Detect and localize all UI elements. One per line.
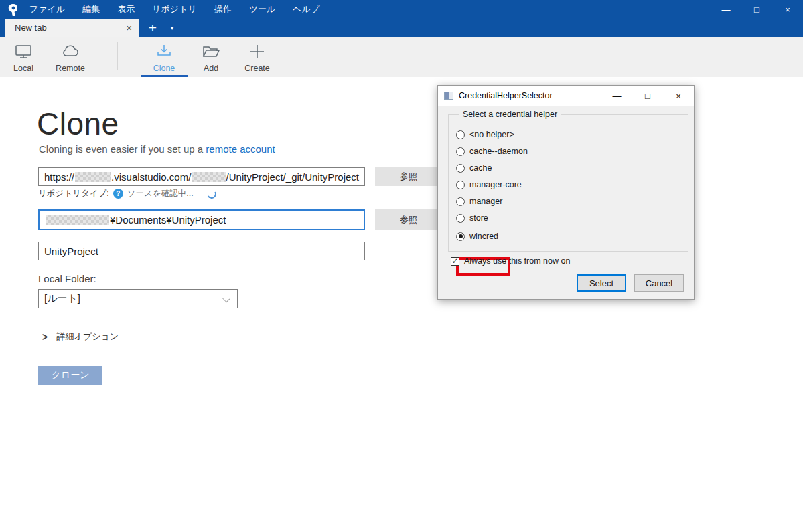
credential-helper-group: Select a credential helper <no helper> c…	[448, 114, 688, 252]
destination-path-field[interactable]: ¥Documents¥UnityProject	[38, 209, 365, 230]
dialog-app-icon	[444, 92, 453, 100]
chevron-right-icon: >	[42, 331, 48, 343]
close-button[interactable]: ×	[772, 0, 803, 19]
radio-label: manager-core	[469, 180, 522, 189]
toolbar-item-label: Add	[204, 64, 218, 73]
browse-destination-button[interactable]: 参照	[375, 209, 442, 230]
toolbar-clone-button[interactable]: Clone	[141, 41, 188, 74]
browse-source-button[interactable]: 参照	[375, 167, 442, 186]
dialog-minimize-button[interactable]: —	[601, 86, 632, 106]
repo-name-text: UnityProject	[44, 246, 98, 257]
maximize-button[interactable]: □	[741, 0, 772, 19]
toolbar-add-button[interactable]: Add	[188, 41, 234, 74]
source-url-field[interactable]: https://.visualstudio.com//UnityProject/…	[38, 167, 365, 186]
toolbar-remote-button[interactable]: Remote	[47, 41, 94, 74]
tab-new-tab[interactable]: New tab ×	[5, 19, 139, 37]
help-icon: ?	[113, 189, 123, 199]
new-tab-button[interactable]: +	[143, 19, 163, 37]
advanced-options-label: 詳細オプション	[57, 331, 119, 343]
toolbar-separator	[117, 42, 118, 70]
local-folder-dropdown[interactable]: [ルート]	[38, 289, 238, 308]
group-label: Select a credential helper	[459, 110, 561, 119]
radio-icon[interactable]	[456, 130, 465, 139]
plus-icon	[249, 43, 265, 62]
radio-selected-icon[interactable]	[456, 232, 465, 241]
select-button-label: Select	[589, 278, 613, 288]
clone-button-label: クローン	[52, 369, 90, 381]
toolbar-create-button[interactable]: Create	[234, 41, 281, 74]
minimize-button[interactable]: —	[711, 0, 741, 19]
checkbox-checked-icon[interactable]: ✓	[451, 257, 459, 266]
repo-type-row: リポジトリタイプ: ? ソースを確認中...	[38, 188, 216, 199]
radio-icon[interactable]	[456, 164, 465, 173]
radio-option-store[interactable]: store	[456, 211, 488, 225]
radio-label: wincred	[469, 232, 498, 241]
page-subtitle: Cloning is even easier if you set up a r…	[39, 143, 275, 155]
radio-option-manager[interactable]: manager	[456, 195, 502, 208]
local-folder-value: [ルート]	[44, 292, 80, 305]
checking-source-status: ソースを確認中...	[127, 188, 194, 199]
radio-icon[interactable]	[456, 147, 465, 156]
radio-icon[interactable]	[456, 197, 465, 206]
window-titlebar: ファイル 編集 表示 リポジトリ 操作 ツール ヘルプ — □ ×	[0, 0, 803, 19]
url-part-protocol: https://	[44, 171, 74, 183]
always-use-checkbox-row[interactable]: ✓ Always use this from now on	[451, 256, 570, 266]
tab-close-icon[interactable]: ×	[126, 23, 132, 33]
radio-option-wincred[interactable]: wincred	[456, 230, 498, 243]
checkbox-label: Always use this from now on	[464, 256, 570, 266]
repo-type-label: リポジトリタイプ:	[38, 188, 109, 199]
dialog-maximize-button[interactable]: □	[632, 86, 663, 106]
loading-spinner-icon	[206, 188, 217, 199]
radio-icon[interactable]	[456, 181, 465, 189]
dialog-close-button[interactable]: ×	[663, 86, 694, 106]
advanced-options-expander[interactable]: > 詳細オプション	[42, 331, 119, 343]
browse-button-label: 参照	[400, 214, 417, 226]
toolbar-item-label: Create	[244, 64, 270, 73]
menu-tools[interactable]: ツール	[249, 3, 276, 15]
toolbar-item-label: Clone	[153, 64, 175, 73]
radio-label: manager	[469, 197, 502, 206]
radio-label: <no helper>	[469, 130, 514, 139]
destination-path-text: ¥Documents¥UnityProject	[110, 214, 226, 226]
radio-option-no-helper[interactable]: <no helper>	[456, 128, 514, 141]
dialog-titlebar[interactable]: CredentialHelperSelector — □ ×	[438, 86, 694, 106]
sourcetree-logo-icon	[0, 3, 27, 16]
toolbar-local-button[interactable]: Local	[0, 41, 47, 74]
censored-account-name	[75, 172, 111, 182]
menu-repository[interactable]: リポジトリ	[152, 3, 197, 15]
repo-name-field[interactable]: UnityProject	[38, 242, 365, 260]
remote-account-link[interactable]: remote account	[206, 143, 275, 155]
radio-label: store	[469, 213, 488, 223]
local-folder-label: Local Folder:	[38, 273, 96, 284]
subtitle-text: Cloning is even easier if you set up a	[39, 143, 206, 155]
clone-submit-button[interactable]: クローン	[38, 366, 102, 385]
open-folder-icon	[202, 43, 220, 62]
credential-helper-dialog: CredentialHelperSelector — □ × Select a …	[437, 85, 695, 300]
window-controls: — □ ×	[711, 0, 803, 19]
toolbar-item-label: Local	[13, 64, 33, 73]
censored-user-path	[46, 215, 109, 225]
radio-option-cache-daemon[interactable]: cache--daemon	[456, 145, 528, 158]
menu-help[interactable]: ヘルプ	[293, 3, 319, 15]
select-button[interactable]: Select	[577, 274, 626, 292]
menu-file[interactable]: ファイル	[29, 3, 65, 15]
radio-icon[interactable]	[456, 214, 465, 223]
tab-list-caret-icon[interactable]: ▾	[165, 19, 179, 37]
monitor-icon	[15, 43, 32, 62]
menu-view[interactable]: 表示	[117, 3, 135, 15]
dialog-buttons: Select Cancel	[577, 274, 684, 292]
chevron-down-icon	[222, 295, 230, 302]
cancel-button[interactable]: Cancel	[634, 274, 684, 292]
dialog-title: CredentialHelperSelector	[459, 91, 601, 100]
menu-edit[interactable]: 編集	[82, 3, 100, 15]
censored-project-name	[192, 172, 225, 182]
page-title: Clone	[37, 106, 119, 142]
menu-actions[interactable]: 操作	[214, 3, 232, 15]
radio-label: cache	[469, 163, 492, 173]
url-part-path: /UnityProject/_git/UnityProject	[226, 171, 359, 183]
tab-bar: New tab × + ▾	[0, 19, 803, 37]
dialog-window-controls: — □ ×	[601, 86, 694, 106]
radio-option-manager-core[interactable]: manager-core	[456, 178, 522, 191]
radio-option-cache[interactable]: cache	[456, 161, 492, 175]
clone-download-icon	[155, 43, 173, 62]
